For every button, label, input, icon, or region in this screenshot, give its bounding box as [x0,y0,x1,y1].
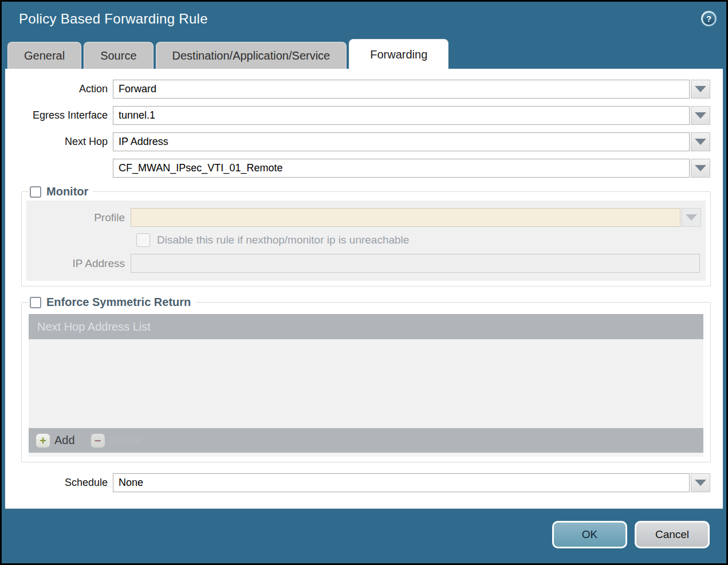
next-hop-address-list-header-label: Next Hop Address List [37,320,151,333]
schedule-label: Schedule [5,477,113,489]
monitor-checkbox[interactable] [30,186,41,198]
enforce-symmetric-return-legend-label: Enforce Symmetric Return [46,296,191,309]
delete-button: − Delete [91,434,143,448]
monitor-ip-address-row: IP Address [26,254,701,273]
chevron-down-icon [695,165,706,171]
next-hop-address-list-toolbar: + Add − Delete [29,428,703,453]
schedule-dropdown-button[interactable] [691,473,710,492]
next-hop-label: Next Hop [5,136,113,148]
disable-rule-checkbox [136,233,150,247]
action-dropdown-button[interactable] [691,80,710,99]
profile-dropdown-button [682,208,701,227]
monitor-legend-label: Monitor [46,185,88,198]
next-hop-dropdown-button[interactable] [691,132,710,151]
help-icon-glyph: ? [703,13,715,25]
chevron-down-icon [695,86,706,92]
delete-button-label: Delete [109,434,143,447]
dialog-footer: OK Cancel [2,506,726,563]
next-hop-address-list-body[interactable] [29,339,703,428]
disable-rule-checkbox-label: Disable this rule if nexthop/monitor ip … [157,234,409,246]
dialog-titlebar: Policy Based Forwarding Rule [2,2,726,36]
monitor-ip-address-label: IP Address [26,257,131,270]
profile-label: Profile [26,211,131,224]
tab-source[interactable]: Source [84,42,153,69]
help-icon[interactable]: ? [701,11,717,26]
next-hop-address-list-header: Next Hop Address List [29,314,703,339]
next-hop-address-dropdown-button[interactable] [691,159,710,178]
plus-icon: + [36,434,50,448]
tab-content-forwarding: Action Egress Interface Next Hop [5,69,723,509]
policy-based-forwarding-rule-dialog: Policy Based Forwarding Rule ? General S… [0,0,728,565]
monitor-panel: Profile Disable this rule if nexthop/mon… [26,201,706,281]
egress-interface-input[interactable] [113,106,690,125]
dialog-title: Policy Based Forwarding Rule [19,11,208,27]
monitor-legend: Monitor [29,185,93,198]
monitor-ip-address-input [131,254,700,273]
tab-bar: General Source Destination/Application/S… [2,36,726,69]
chevron-down-icon [695,139,706,145]
profile-row: Profile [26,208,701,227]
next-hop-address-input[interactable] [113,159,690,178]
tab-destination-application-service[interactable]: Destination/Application/Service [156,42,347,69]
next-hop-row: Next Hop [5,132,710,151]
monitor-group: Monitor Profile Disable this rule if nex… [21,185,711,287]
next-hop-type-input[interactable] [113,132,690,151]
schedule-input[interactable] [113,473,690,492]
enforce-symmetric-return-group: Enforce Symmetric Return Next Hop Addres… [21,296,711,462]
action-input[interactable] [113,80,690,99]
tab-forwarding[interactable]: Forwarding [349,39,448,69]
chevron-down-icon [695,480,706,486]
profile-input [131,208,680,227]
chevron-down-icon [695,112,706,119]
chevron-down-icon [686,214,697,221]
tab-general[interactable]: General [7,42,81,69]
action-label: Action [5,83,113,95]
enforce-symmetric-return-checkbox[interactable] [30,297,41,308]
disable-rule-checkbox-row: Disable this rule if nexthop/monitor ip … [136,233,706,247]
next-hop-address-row [5,159,710,178]
add-button[interactable]: + Add [36,434,75,448]
next-hop-address-list-table: Next Hop Address List + Add − Delete [29,314,703,457]
enforce-symmetric-return-legend: Enforce Symmetric Return [29,296,195,309]
schedule-row: Schedule [5,473,710,492]
action-row: Action [5,80,710,99]
egress-interface-label: Egress Interface [5,109,113,121]
cancel-button[interactable]: Cancel [635,521,710,548]
egress-interface-row: Egress Interface [5,106,710,125]
ok-button[interactable]: OK [552,521,627,548]
add-button-label: Add [54,434,75,447]
egress-interface-dropdown-button[interactable] [691,106,710,125]
table-bottom-strip [29,453,703,457]
minus-icon: − [91,434,105,448]
